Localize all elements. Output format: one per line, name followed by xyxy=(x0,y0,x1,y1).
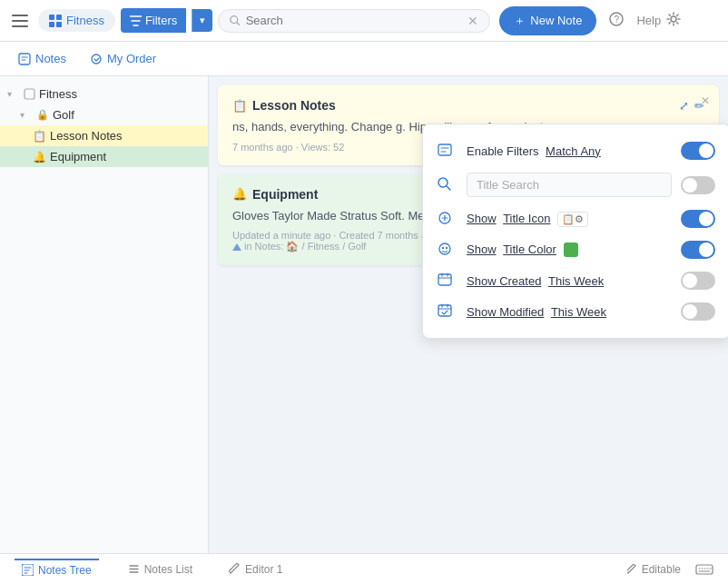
svg-rect-2 xyxy=(12,25,28,27)
search-icon xyxy=(438,177,457,193)
svg-rect-6 xyxy=(56,22,62,27)
editable-label: Editable xyxy=(642,563,681,576)
filter-row-show-modified: Show Modified This Week xyxy=(423,296,728,327)
title-search-toggle[interactable] xyxy=(681,176,715,194)
filters-arrow-button[interactable]: ▾ xyxy=(192,9,212,32)
sidebar-item-equipment[interactable]: 🔔 Equipment xyxy=(0,146,208,167)
sidebar-item-fitness[interactable]: ▾ Fitness xyxy=(0,84,208,104)
svg-point-20 xyxy=(446,246,448,248)
filter-row-title-color: Show Title Color xyxy=(423,234,728,265)
show-modified-label: Show Modified This Week xyxy=(467,305,672,319)
svg-rect-5 xyxy=(49,22,54,27)
svg-point-10 xyxy=(671,16,676,22)
filter-row-title-search xyxy=(423,166,728,203)
note-bell-icon: 🔔 xyxy=(232,187,247,201)
editor-tab[interactable]: Editor 1 xyxy=(221,559,290,579)
filter-row-enable: Enable Filters Match Any xyxy=(423,135,728,166)
content-area: ✕ 📋 Lesson Notes ⤢ ✏ ns, hands, everythi… xyxy=(209,76,728,553)
svg-point-12 xyxy=(92,54,101,64)
svg-rect-15 xyxy=(438,144,451,155)
filter-dropdown: Enable Filters Match Any Show xyxy=(422,124,728,339)
search-input[interactable] xyxy=(246,14,463,27)
title-search-input[interactable] xyxy=(467,173,672,197)
lock-icon: 🔒 xyxy=(36,109,49,121)
filter-row-title-icon: Show Title Icon 📋⚙ xyxy=(423,203,728,234)
search-bar: ✕ xyxy=(218,9,490,33)
app-pill[interactable]: Fitness xyxy=(38,9,115,32)
notes-tab[interactable]: Notes xyxy=(7,46,77,71)
menu-icon[interactable] xyxy=(7,8,33,34)
svg-rect-21 xyxy=(438,274,451,285)
keyboard-icon[interactable] xyxy=(695,564,713,575)
show-title-color-label: Show Title Color xyxy=(467,243,672,258)
notes-list-tab[interactable]: Notes List xyxy=(121,559,200,579)
calendar-icon xyxy=(438,272,457,289)
filter-row-show-created: Show Created This Week xyxy=(423,265,728,296)
palette-icon xyxy=(438,242,457,259)
show-created-toggle[interactable] xyxy=(681,272,715,290)
bottom-tabbar: Notes Tree Notes List Editor 1 Editable xyxy=(0,553,728,584)
chevron-down-icon: ▾ xyxy=(7,89,20,99)
notes-tab-label: Notes xyxy=(35,52,66,65)
show-title-icon-label: Show Title Icon 📋⚙ xyxy=(467,212,672,227)
sidebar-item-lesson-notes[interactable]: 📋 Lesson Notes xyxy=(0,125,208,146)
enable-filters-label: Enable Filters Match Any xyxy=(467,144,672,158)
notes-tree-tab[interactable]: Notes Tree xyxy=(15,559,99,580)
my-order-tab[interactable]: My Order xyxy=(79,46,167,71)
color-swatch xyxy=(564,243,578,257)
search-clear-icon[interactable]: ✕ xyxy=(467,14,478,28)
sidebar-fitness-label: Fitness xyxy=(39,87,77,101)
sidebar: ▾ Fitness ▾ 🔒 Golf 📋 Lesson Notes 🔔 Equi… xyxy=(0,76,209,553)
svg-rect-22 xyxy=(438,305,451,316)
icon-box: 📋⚙ xyxy=(557,212,588,227)
sidebar-equipment-label: Equipment xyxy=(50,150,106,163)
title-icon-icon xyxy=(438,211,457,228)
filters-button[interactable]: Filters xyxy=(121,8,186,33)
svg-rect-1 xyxy=(12,20,28,22)
bell-icon: 🔔 xyxy=(33,151,46,163)
help-label: Help xyxy=(636,14,661,27)
sidebar-lesson-notes-label: Lesson Notes xyxy=(50,129,123,143)
editable-button[interactable]: Editable xyxy=(627,563,681,576)
show-title-color-toggle[interactable] xyxy=(681,241,715,259)
notes-list-label: Notes List xyxy=(144,563,192,576)
notes-tree-label: Notes Tree xyxy=(38,564,92,577)
editor-label: Editor 1 xyxy=(245,563,282,576)
modified-calendar-icon xyxy=(438,303,457,320)
modified-period[interactable]: This Week xyxy=(551,305,606,319)
svg-rect-3 xyxy=(49,15,54,20)
lesson-notes-icon: 📋 xyxy=(33,130,46,143)
app-label: Fitness xyxy=(66,14,104,27)
show-title-icon-toggle[interactable] xyxy=(681,210,715,228)
svg-rect-4 xyxy=(56,15,62,20)
help-button[interactable]: ? xyxy=(602,12,631,29)
new-note-button[interactable]: ＋ New Note xyxy=(499,6,596,35)
svg-point-19 xyxy=(442,246,444,248)
svg-rect-24 xyxy=(696,565,713,574)
svg-text:?: ? xyxy=(615,15,620,25)
filter-icon xyxy=(438,144,457,159)
note-card-icon: 📋 xyxy=(232,99,247,113)
svg-marker-14 xyxy=(232,243,241,251)
show-modified-toggle[interactable] xyxy=(681,302,715,321)
svg-rect-13 xyxy=(25,89,34,99)
enable-filters-toggle[interactable] xyxy=(681,142,715,160)
sidebar-item-golf[interactable]: ▾ 🔒 Golf xyxy=(0,104,208,125)
sidebar-golf-label: Golf xyxy=(53,108,74,122)
svg-rect-11 xyxy=(19,54,30,64)
note-card-title: Lesson Notes xyxy=(252,98,674,113)
created-period[interactable]: This Week xyxy=(548,274,604,288)
gear-icon[interactable] xyxy=(666,12,681,29)
svg-rect-0 xyxy=(12,15,28,16)
expand-icon[interactable]: ⤢ xyxy=(679,99,689,113)
show-created-label: Show Created This Week xyxy=(467,274,672,288)
svg-point-18 xyxy=(439,243,450,254)
match-any-label[interactable]: Match Any xyxy=(546,144,601,158)
my-order-tab-label: My Order xyxy=(107,52,156,65)
close-icon[interactable]: ✕ xyxy=(701,94,710,107)
chevron-down-icon: ▾ xyxy=(20,110,33,120)
